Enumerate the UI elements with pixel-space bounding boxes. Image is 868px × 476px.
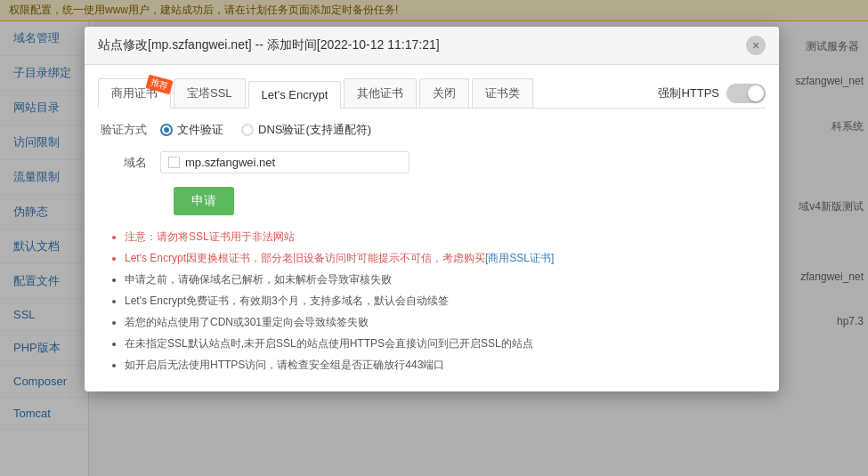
note-item-5: 若您的站点使用了CDN或301重定向会导致续签失败	[125, 314, 766, 330]
note-item-6: 在未指定SSL默认站点时,未开启SSL的站点使用HTTPS会直接访问到已开启SS…	[125, 335, 766, 351]
verify-label: 验证方式	[98, 122, 160, 138]
force-https-toggle[interactable]	[726, 84, 766, 103]
domain-checkbox[interactable]	[168, 157, 180, 168]
notes-list: 注意：请勿将SSL证书用于非法网站 Let's Encrypt因更换根证书，部分…	[107, 229, 766, 373]
modal-close-button[interactable]: ×	[746, 36, 766, 55]
tab-letsencrypt-label: Let's Encrypt	[262, 88, 329, 101]
radio-group: 文件验证 DNS验证(支持通配符)	[160, 122, 371, 138]
note-item-3: 申请之前，请确保域名已解析，如未解析会导致审核失败	[125, 271, 766, 287]
radio-dns-verify[interactable]: DNS验证(支持通配符)	[241, 122, 371, 138]
tab-baota-label: 宝塔SSL	[187, 86, 232, 100]
force-https-control: 强制HTTPS	[658, 84, 766, 103]
tab-baota[interactable]: 宝塔SSL	[174, 78, 246, 108]
force-https-label: 强制HTTPS	[658, 85, 719, 101]
notes-section: 注意：请勿将SSL证书用于非法网站 Let's Encrypt因更换根证书，部分…	[98, 229, 766, 373]
tab-other-label: 其他证书	[357, 86, 403, 100]
domain-input-wrapper: mp.szfangwei.net	[160, 151, 410, 173]
tab-close-label: 关闭	[433, 86, 456, 100]
modal-header: 站点修改[mp.szfangwei.net] -- 添加时间[2022-10-1…	[85, 27, 779, 65]
tab-letsencrypt[interactable]: Let's Encrypt	[248, 81, 342, 109]
domain-row: 域名 mp.szfangwei.net	[98, 151, 766, 173]
tabs-container: 商用证书 推荐 宝塔SSL Let's Encrypt 其他证书 关闭 证书类	[98, 78, 766, 109]
domain-value: mp.szfangwei.net	[185, 156, 275, 169]
radio-file-circle	[160, 124, 173, 136]
tab-certtype-label: 证书类	[485, 86, 520, 100]
tab-certtype[interactable]: 证书类	[472, 78, 533, 108]
note-item-4: Let's Encrypt免费证书，有效期3个月，支持多域名，默认会自动续签	[125, 293, 766, 309]
tab-other[interactable]: 其他证书	[344, 78, 417, 108]
note-item-2: Let's Encrypt因更换根证书，部分老旧设备访问时可能提示不可信，考虑购…	[125, 250, 766, 266]
domain-label: 域名	[98, 155, 160, 171]
modal-title: 站点修改[mp.szfangwei.net] -- 添加时间[2022-10-1…	[98, 37, 440, 53]
apply-button[interactable]: 申请	[174, 187, 234, 215]
verify-method-row: 验证方式 文件验证 DNS验证(支持通配符)	[98, 122, 766, 138]
tab-commercial[interactable]: 商用证书 推荐	[98, 78, 171, 109]
apply-button-row: 申请	[98, 187, 766, 224]
radio-dns-circle	[241, 124, 254, 136]
note-item-1: 注意：请勿将SSL证书用于非法网站	[125, 229, 766, 245]
radio-dns-label: DNS验证(支持通配符)	[258, 122, 371, 138]
buy-ssl-link[interactable]: [商用SSL证书]	[485, 252, 554, 264]
tab-close[interactable]: 关闭	[419, 78, 469, 108]
radio-file-label: 文件验证	[177, 122, 223, 138]
tabs-left: 商用证书 推荐 宝塔SSL Let's Encrypt 其他证书 关闭 证书类	[98, 78, 536, 108]
radio-file-verify[interactable]: 文件验证	[160, 122, 223, 138]
toggle-knob	[748, 85, 764, 101]
note-item-7: 如开启后无法使用HTTPS访问，请检查安全组是否正确放行443端口	[125, 357, 766, 373]
modal-body: 商用证书 推荐 宝塔SSL Let's Encrypt 其他证书 关闭 证书类	[85, 65, 779, 391]
modal-dialog: 站点修改[mp.szfangwei.net] -- 添加时间[2022-10-1…	[85, 27, 779, 391]
